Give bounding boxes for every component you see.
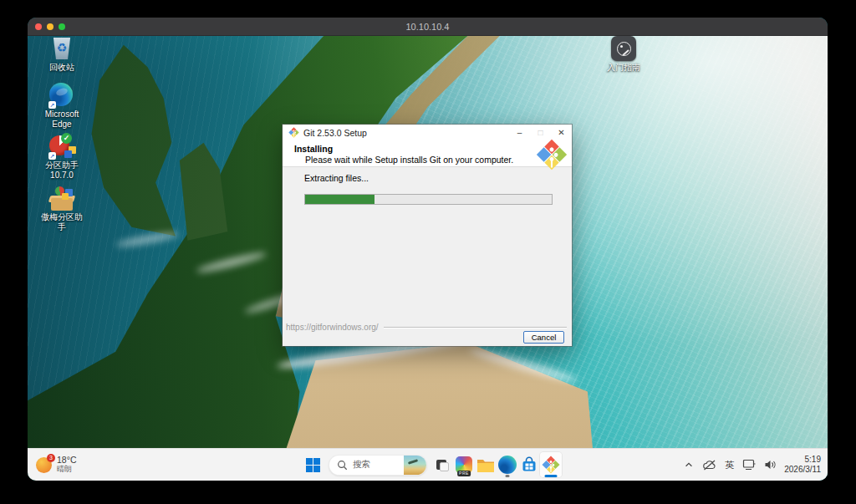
- windows-desktop: ♻ 回收站 ↗ Microsoft Edge ✓ ↗ 分区助手 10.7.0: [28, 36, 828, 481]
- footer-divider: [384, 327, 567, 328]
- weather-condition: 晴朗: [57, 466, 76, 474]
- cloud-offline-icon: [702, 459, 716, 471]
- gitforwindows-link[interactable]: https://gitforwindows.org/: [286, 323, 379, 332]
- start-button[interactable]: [302, 452, 324, 477]
- weather-sun-icon: 3: [36, 457, 52, 473]
- copilot-button[interactable]: PRE: [453, 452, 475, 477]
- dialog-title: Git 2.53.0 Setup: [303, 128, 367, 138]
- edge-taskbar-button[interactable]: [497, 452, 518, 477]
- mac-zoom-button[interactable]: [59, 23, 65, 30]
- desktop-icon-aomei-partition[interactable]: 傲梅分区助手: [34, 186, 89, 232]
- speaker-icon: [764, 459, 777, 471]
- edge-icon: ↗: [49, 83, 74, 108]
- desktop-icon-partition-assistant[interactable]: ✓ ↗ 分区助手 10.7.0: [34, 134, 89, 181]
- git-setup-icon: [288, 127, 299, 138]
- recycle-bin-icon: ♻: [49, 36, 74, 61]
- search-placeholder: 搜索: [353, 459, 370, 471]
- folder-icon: [476, 457, 495, 472]
- taskbar: 3 18°C 晴朗 搜索: [28, 448, 828, 481]
- icon-label: 入门指南: [607, 63, 640, 73]
- progress-fill: [305, 195, 374, 204]
- icon-label: 傲梅分区助手: [38, 212, 86, 232]
- edge-icon: [498, 456, 517, 474]
- dialog-titlebar[interactable]: Git 2.53.0 Setup – □ ✕: [283, 125, 572, 140]
- cancel-button[interactable]: Cancel: [523, 331, 564, 344]
- installer-heading: Installing: [294, 144, 572, 154]
- dialog-minimize-button[interactable]: –: [509, 125, 530, 140]
- remote-desktop-window: 10.10.10.4 ♻ 回收站 ↗ Microsoft: [28, 18, 828, 481]
- search-box[interactable]: 搜索: [329, 455, 427, 476]
- desktop-icon-microsoft-edge[interactable]: ↗ Microsoft Edge: [34, 83, 89, 130]
- chevron-up-icon: [684, 460, 694, 470]
- icon-label: 分区助手 10.7.0: [45, 160, 79, 181]
- onedrive-tray-button[interactable]: [701, 452, 717, 477]
- store-icon: [521, 456, 538, 473]
- mac-minimize-button[interactable]: [47, 23, 54, 30]
- network-icon: [742, 459, 756, 471]
- aomei-partition-icon: [49, 186, 74, 211]
- microsoft-store-button[interactable]: [518, 452, 540, 477]
- install-progress-bar: [304, 194, 553, 205]
- desktop-icon-recycle-bin[interactable]: ♻ 回收站: [34, 36, 89, 73]
- tray-overflow-button[interactable]: [683, 452, 695, 477]
- file-explorer-button[interactable]: [475, 452, 497, 477]
- windows-logo-icon: [306, 458, 320, 472]
- shortcut-arrow-icon: ↗: [48, 152, 56, 160]
- taskbar-center: 搜索 PRE: [302, 449, 562, 481]
- git-setup-taskbar-button[interactable]: [540, 452, 562, 477]
- search-icon: [337, 460, 348, 471]
- tray-date: 2026/3/11: [784, 465, 821, 476]
- system-tray: 英 5:19 2026/3/11: [683, 449, 821, 481]
- network-tray-button[interactable]: [741, 452, 757, 477]
- shortcut-arrow-icon: ↗: [48, 101, 56, 109]
- search-highlight-image: [404, 456, 426, 475]
- running-indicator: [506, 475, 510, 477]
- macos-titlebar: 10.10.10.4: [28, 18, 828, 36]
- partition-assistant-icon: ✓ ↗: [49, 134, 74, 159]
- getting-started-icon: [611, 36, 636, 61]
- tray-time: 5:19: [784, 455, 821, 466]
- icon-label: Microsoft Edge: [38, 109, 86, 130]
- install-status-text: Extracting files...: [304, 173, 572, 183]
- git-setup-dialog: Git 2.53.0 Setup – □ ✕ Installing Please…: [283, 125, 572, 346]
- weather-widget[interactable]: 3 18°C 晴朗: [36, 449, 76, 481]
- traffic-lights: [35, 18, 65, 36]
- notification-badge: 3: [47, 454, 55, 462]
- task-view-button[interactable]: [431, 452, 453, 477]
- clock[interactable]: 5:19 2026/3/11: [784, 455, 821, 476]
- dialog-header: Installing Please wait while Setup insta…: [283, 140, 572, 167]
- mac-close-button[interactable]: [35, 23, 42, 30]
- desktop-icon-getting-started[interactable]: 入门指南: [596, 36, 651, 73]
- ime-indicator[interactable]: 英: [724, 452, 735, 477]
- git-for-windows-logo: [536, 139, 568, 171]
- remote-host-title: 10.10.10.4: [28, 22, 828, 32]
- volume-tray-button[interactable]: [763, 452, 777, 477]
- icon-label: 回收站: [49, 63, 74, 73]
- weather-text: 18°C 晴朗: [57, 456, 76, 473]
- git-setup-icon: [542, 456, 560, 474]
- installer-description: Please wait while Setup installs Git on …: [305, 155, 572, 165]
- active-app-indicator: [545, 475, 558, 477]
- copilot-preview-badge: PRE: [457, 471, 471, 476]
